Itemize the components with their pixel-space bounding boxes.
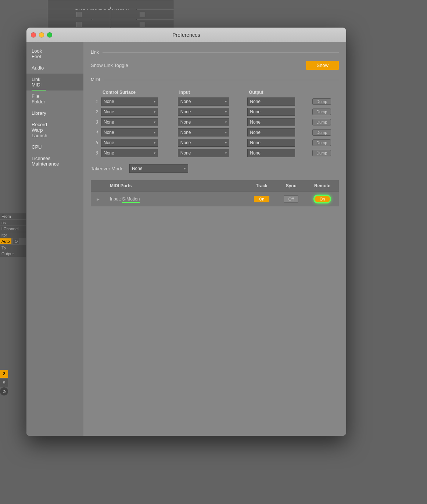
sidebar-item-file-folder[interactable]: File Folder [26, 90, 83, 107]
sidebar-label-look: Look [32, 48, 78, 54]
ctrl-select-wrap[interactable]: None [101, 149, 158, 157]
dump-button-2[interactable]: Dump [312, 109, 331, 115]
ports-row-1: ▶ Input: S-Motion On Off [91, 192, 339, 207]
show-link-toggle-button[interactable]: Show [306, 61, 339, 70]
row-number: 2 [91, 107, 100, 117]
sidebar-label-folder: Folder [32, 99, 78, 104]
midi-row-2: 2 None None None Dump [91, 107, 339, 117]
port-type: Input: [110, 196, 122, 202]
sidebar-item-licenses-maintenance[interactable]: Licenses Maintenance [26, 153, 83, 170]
ctrl-select-wrap[interactable]: None [101, 118, 158, 126]
dump-button-1[interactable]: Dump [312, 98, 331, 105]
remote-on-button[interactable]: On [313, 195, 331, 203]
sidebar-label-link: Link [32, 77, 78, 82]
input-select-wrap[interactable]: None [178, 139, 229, 147]
output-value-5: None [247, 139, 295, 147]
badge-s: S [0, 379, 8, 387]
takeover-row: Takeover Mode None [91, 164, 339, 173]
sidebar-label-audio: Audio [32, 65, 78, 71]
input-select-wrap[interactable]: None [178, 118, 229, 126]
sidebar-label-library: Library [32, 110, 78, 116]
preferences-sidebar: Look Feel Audio Link MIDI File Folder Li… [26, 42, 83, 436]
output-value-4: None [247, 128, 295, 136]
ctrl-select-wrap[interactable]: None [101, 128, 158, 136]
row-number: 3 [91, 117, 100, 127]
midi-section-title: MIDI [91, 77, 100, 82]
midi-row-4: 4 None None None Dump [91, 127, 339, 138]
input-select-wrap[interactable]: None [178, 149, 229, 157]
col-input: Input [176, 88, 246, 96]
dump-button-5[interactable]: Dump [312, 139, 331, 146]
input-select-wrap[interactable]: None [178, 108, 229, 116]
midi-row-5: 5 None None None Dump [91, 138, 339, 148]
input-select-2[interactable]: None [178, 108, 229, 116]
sidebar-item-link-midi[interactable]: Link MIDI [26, 74, 83, 90]
takeover-select[interactable]: None [129, 164, 188, 173]
dump-button-3[interactable]: Dump [312, 119, 331, 125]
daw-badges: 2 S ⊙ [0, 370, 8, 395]
sidebar-item-library[interactable]: Library [26, 107, 83, 119]
sidebar-item-audio[interactable]: Audio [26, 62, 83, 74]
sidebar-label-file: File [32, 93, 78, 99]
maximize-button[interactable] [47, 32, 52, 38]
close-button[interactable] [31, 32, 36, 38]
ctrl-select-2[interactable]: None [101, 108, 158, 116]
ports-table-header: MIDI Ports Track Sync Remote [91, 180, 339, 192]
link-section-title: Link [91, 50, 99, 55]
row-number: 1 [91, 96, 100, 107]
output-value-3: None [247, 118, 295, 126]
input-select-wrap[interactable]: None [178, 128, 229, 136]
show-link-toggle-label: Show Link Toggle [91, 63, 306, 68]
input-select-4[interactable]: None [178, 128, 229, 136]
preferences-content: Link Show Link Toggle Show MIDI Control … [83, 42, 346, 436]
ctrl-select-5[interactable]: None [101, 139, 158, 147]
sidebar-label-midi: MIDI [32, 82, 78, 88]
sidebar-label-warp: Warp [32, 127, 78, 133]
ctrl-select-wrap[interactable]: None [101, 97, 158, 106]
ports-track-col: Track [247, 180, 276, 192]
input-select-1[interactable]: None [178, 97, 229, 106]
ctrl-select-wrap[interactable]: None [101, 139, 158, 147]
track-on-button[interactable]: On [254, 196, 270, 202]
col-control-surface: Control Surface [100, 88, 176, 96]
input-select-3[interactable]: None [178, 118, 229, 126]
sidebar-label-maintenance: Maintenance [32, 161, 78, 167]
sidebar-label-feel: Feel [32, 54, 78, 59]
ctrl-select-6[interactable]: None [101, 149, 158, 157]
minimize-button[interactable] [39, 32, 44, 38]
sidebar-item-look-feel[interactable]: Look Feel [26, 45, 83, 62]
sidebar-item-cpu[interactable]: CPU [26, 141, 83, 153]
window-body: Look Feel Audio Link MIDI File Folder Li… [26, 42, 346, 436]
daw-left-sidebar: From ns l Channel itor Auto O To Output [0, 213, 26, 257]
badge-2: 2 [0, 370, 8, 378]
dump-button-4[interactable]: Dump [312, 129, 331, 136]
input-select-6[interactable]: None [178, 149, 229, 157]
ctrl-select-3[interactable]: None [101, 118, 158, 126]
expand-button[interactable]: ▶ [95, 197, 101, 201]
window-title: Preferences [172, 32, 200, 38]
sync-off-button[interactable]: Off [284, 195, 298, 203]
midi-row-1: 1 None None None Dump [91, 96, 339, 107]
output-value-2: None [247, 108, 295, 116]
link-section-header: Link [91, 50, 339, 55]
daw-from-label: From [0, 213, 26, 219]
input-select-5[interactable]: None [178, 139, 229, 147]
window-controls [31, 32, 52, 38]
sidebar-label-licenses: Licenses [32, 156, 78, 161]
show-link-toggle-row: Show Link Toggle Show [91, 61, 339, 70]
daw-rows [48, 0, 173, 29]
takeover-select-wrap[interactable]: None [129, 164, 188, 173]
row-number: 5 [91, 138, 100, 148]
midi-section-divider [104, 80, 339, 80]
ctrl-select-4[interactable]: None [101, 128, 158, 136]
input-select-wrap[interactable]: None [178, 97, 229, 106]
sidebar-label-cpu: CPU [32, 144, 78, 150]
output-value-1: None [247, 97, 295, 106]
sidebar-label-launch: Launch [32, 133, 78, 138]
sidebar-item-record-warp-launch[interactable]: Record Warp Launch [26, 119, 83, 141]
ctrl-select-1[interactable]: None [101, 97, 158, 106]
ctrl-select-wrap[interactable]: None [101, 108, 158, 116]
row-number: 6 [91, 148, 100, 158]
dump-button-6[interactable]: Dump [312, 150, 331, 156]
midi-row-6: 6 None None None Dump [91, 148, 339, 158]
